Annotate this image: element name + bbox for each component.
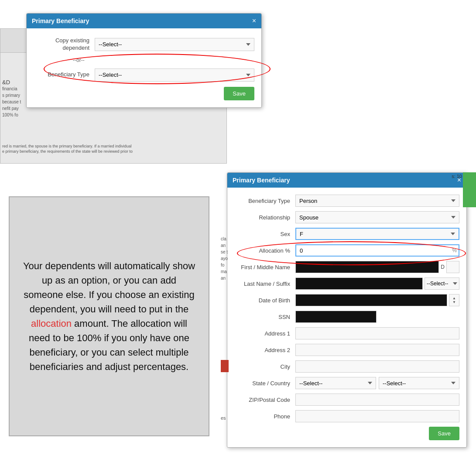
d2-allocation-row: Allocation % % [234, 244, 459, 257]
copy-existing-select[interactable]: --Select-- [95, 38, 254, 51]
dialog1-body: Copy existing dependent --Select-- --or-… [27, 28, 261, 107]
bg-green-tab-right [463, 172, 476, 207]
d2-sex-row: Sex F [234, 228, 459, 240]
d2-first-name-row: First / Middle Name D [234, 261, 459, 273]
bg-bottom-text: red is married, the spouse is the primar… [2, 144, 133, 154]
d2-dob-label: Date of Birth [234, 297, 295, 304]
d2-phone-row: Phone [234, 410, 459, 422]
d2-address1-input[interactable] [295, 327, 459, 339]
d2-address2-label: Address 2 [234, 347, 295, 353]
d2-ssn-input[interactable] [295, 311, 377, 323]
d2-save-row: Save [234, 427, 459, 440]
bg-red-side-button [221, 360, 229, 372]
bg-side-text2: maan [221, 268, 230, 281]
d2-state-country-wrap: --Select-- --Select-- [295, 377, 459, 389]
info-text-before: Your dependents will automatically show … [23, 260, 195, 315]
d2-sex-label: Sex [234, 231, 295, 237]
dialog2-body: Beneficiary Type Person Relationship Spo… [227, 188, 466, 447]
beneficiary-type-label: Beneficiary Type [34, 71, 95, 79]
beneficiary-type-row: Beneficiary Type --Select-- [34, 68, 254, 82]
dialog1-save-button[interactable]: Save [224, 87, 254, 100]
d2-dob-spinner[interactable]: ▲ ▼ [449, 294, 459, 306]
d2-beneficiary-type-select[interactable]: Person [295, 195, 459, 207]
d2-address2-row: Address 2 [234, 344, 459, 356]
d2-allocation-pct: % [452, 247, 457, 253]
d2-address2-input[interactable] [295, 344, 459, 356]
d2-mid-label: D [439, 264, 446, 270]
d2-allocation-label: Allocation % [234, 247, 295, 254]
bg-scores-right: s: 10 [452, 174, 462, 179]
d2-relationship-row: Relationship Spouse [234, 211, 459, 223]
d2-phone-label: Phone [234, 413, 295, 420]
dialog2-title: Primary Beneficiary [233, 177, 290, 184]
d2-phone-input[interactable] [295, 410, 459, 422]
d2-beneficiary-type-row: Beneficiary Type Person [234, 195, 459, 207]
d2-allocation-input[interactable] [295, 244, 459, 257]
d2-zip-input[interactable] [295, 394, 459, 406]
d2-address1-label: Address 1 [234, 330, 295, 337]
d2-save-button[interactable]: Save [429, 427, 459, 440]
d2-last-name-input[interactable] [295, 277, 423, 290]
or-row: --or-- [34, 57, 254, 63]
d2-first-name-label: First / Middle Name [234, 264, 295, 271]
dialog1-close-button[interactable]: × [252, 17, 256, 25]
d2-zip-row: ZIP/Postal Code [234, 394, 459, 406]
d2-allocation-wrap: % [295, 244, 459, 257]
d2-zip-label: ZIP/Postal Code [234, 397, 295, 403]
d2-last-name-wrap: --Select-- [295, 277, 459, 290]
dialog1: Primary Beneficiary × Copy existing depe… [26, 13, 262, 108]
beneficiary-type-select[interactable]: --Select-- [95, 68, 254, 82]
bg-es-text: es [221, 415, 226, 421]
d2-last-name-row: Last Name / Suffix --Select-- [234, 277, 459, 290]
d2-dob-row: Date of Birth ▲ ▼ [234, 294, 459, 306]
copy-existing-label: Copy existing dependent [34, 37, 95, 52]
dialog1-header: Primary Beneficiary × [27, 14, 261, 28]
dialog2: Primary Beneficiary × Beneficiary Type P… [227, 172, 467, 448]
or-text: --or-- [73, 57, 85, 63]
info-text-highlight: allocation [31, 318, 72, 329]
d2-relationship-select[interactable]: Spouse [295, 211, 459, 223]
dialog2-header: Primary Beneficiary × [227, 173, 466, 188]
copy-existing-row: Copy existing dependent --Select-- [34, 37, 254, 52]
d2-mid-input[interactable] [446, 261, 459, 273]
dialog1-title: Primary Beneficiary [32, 17, 89, 24]
bg-side-text-left: claanse tayofo [221, 236, 230, 268]
d2-dob-wrap: ▲ ▼ [295, 294, 459, 306]
d2-last-name-label: Last Name / Suffix [234, 281, 295, 287]
d2-country-select[interactable]: --Select-- [379, 377, 459, 389]
d2-suffix-select[interactable]: --Select-- [425, 277, 459, 290]
d2-city-label: City [234, 363, 295, 370]
d2-ssn-row: SSN [234, 311, 459, 323]
dialog1-save-row: Save [34, 87, 254, 100]
d2-relationship-label: Relationship [234, 214, 295, 221]
info-text: Your dependents will automatically show … [23, 259, 195, 374]
d2-ssn-label: SSN [234, 314, 295, 320]
info-box: Your dependents will automatically show … [9, 196, 209, 436]
d2-state-label: State / Country [234, 380, 295, 387]
bg-text-lines: financia s primary because t nefit pay 1… [2, 86, 21, 118]
d2-state-row: State / Country --Select-- --Select-- [234, 377, 459, 389]
d2-dob-input[interactable] [295, 294, 447, 306]
d2-city-row: City [234, 360, 459, 373]
d2-beneficiary-type-label: Beneficiary Type [234, 198, 295, 204]
d2-state-select[interactable]: --Select-- [295, 377, 376, 389]
bg-bd-text: &D [2, 79, 10, 86]
d2-address1-row: Address 1 [234, 327, 459, 339]
d2-sex-select[interactable]: F [295, 228, 459, 240]
d2-first-name-input[interactable] [295, 261, 439, 273]
d2-city-input[interactable] [295, 360, 459, 373]
